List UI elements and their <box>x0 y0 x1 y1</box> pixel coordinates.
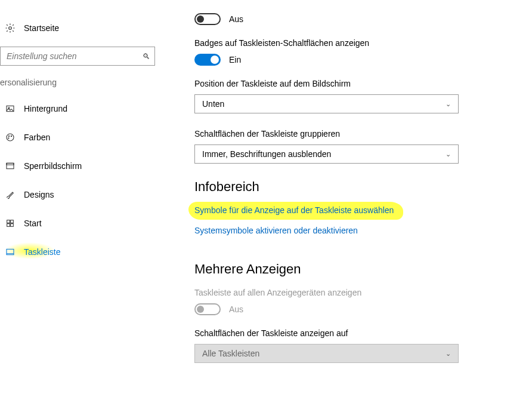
settings-content: Aus Badges auf Taskleisten-Schaltflächen… <box>173 0 532 406</box>
link-select-taskbar-icons[interactable]: Symbole für die Anzeige auf der Taskleis… <box>194 205 394 215</box>
select-value: Immer, Beschriftungen ausblenden <box>202 149 331 159</box>
search-input[interactable] <box>0 47 155 66</box>
sidebar-item-label: Hintergrund <box>24 104 67 113</box>
sidebar-item-colors[interactable]: Farben <box>0 127 173 148</box>
palette-icon <box>5 133 16 142</box>
start-icon <box>5 219 16 228</box>
sidebar-home-label: Startseite <box>24 23 59 33</box>
heading-multiple-displays: Mehrere Anzeigen <box>194 262 520 277</box>
search-box[interactable]: 🔍︎ <box>0 47 155 66</box>
svg-rect-11 <box>7 224 10 227</box>
toggle-taskbar-all-displays[interactable] <box>194 303 221 315</box>
label-combine-buttons: Schaltflächen der Taskleiste gruppieren <box>194 129 520 139</box>
sidebar-item-label: Farben <box>24 133 50 142</box>
settings-sidebar: Startseite 🔍︎ ersonalisierung Hintergrun… <box>0 0 173 406</box>
sidebar-item-taskbar[interactable]: Taskleiste <box>0 241 173 263</box>
svg-point-3 <box>7 134 14 141</box>
heading-notification-area: Infobereich <box>194 179 520 195</box>
select-show-buttons-on: Alle Taskleisten ⌄ <box>194 344 459 363</box>
svg-rect-12 <box>11 224 14 227</box>
label-badges: Badges auf Taskleisten-Schaltflächen anz… <box>194 38 520 48</box>
select-combine-buttons[interactable]: Immer, Beschriftungen ausblenden ⌄ <box>194 144 459 164</box>
sidebar-item-start[interactable]: Start <box>0 213 173 234</box>
sidebar-item-label: Designs <box>24 190 54 199</box>
sidebar-item-label: Taskleiste <box>24 247 60 257</box>
toggle-badges[interactable] <box>194 54 221 66</box>
brush-icon <box>5 190 16 199</box>
svg-point-5 <box>11 136 11 136</box>
toggle-state-label: Ein <box>229 55 241 64</box>
svg-rect-7 <box>7 163 14 168</box>
lockscreen-icon <box>5 161 16 171</box>
svg-rect-10 <box>11 220 14 223</box>
search-icon: 🔍︎ <box>143 52 150 61</box>
label-taskbar-position: Position der Taskleiste auf dem Bildschi… <box>194 79 520 88</box>
image-icon <box>5 104 16 113</box>
select-value: Alle Taskleisten <box>202 349 259 358</box>
sidebar-item-themes[interactable]: Designs <box>0 184 173 205</box>
label-show-buttons-on: Schaltflächen der Taskleiste anzeigen au… <box>194 328 520 338</box>
sidebar-category-label: ersonalisierung <box>0 78 173 87</box>
svg-rect-13 <box>7 249 14 254</box>
sidebar-item-lockscreen[interactable]: Sperrbildschirm <box>0 155 173 177</box>
gear-icon <box>5 23 16 33</box>
toggle-unknown-top[interactable] <box>194 13 221 25</box>
toggle-state-label: Aus <box>229 304 243 314</box>
sidebar-item-background[interactable]: Hintergrund <box>0 98 173 119</box>
svg-point-0 <box>9 27 12 30</box>
select-taskbar-position[interactable]: Unten ⌄ <box>194 94 459 113</box>
sidebar-item-label: Sperrbildschirm <box>24 161 82 171</box>
link-system-icons[interactable]: Systemsymbole aktivieren oder deaktivier… <box>194 226 358 235</box>
taskbar-icon <box>5 247 16 257</box>
svg-point-6 <box>8 138 9 139</box>
chevron-down-icon: ⌄ <box>446 100 451 108</box>
chevron-down-icon: ⌄ <box>446 150 451 158</box>
svg-rect-9 <box>7 220 10 223</box>
sidebar-item-label: Start <box>24 219 42 228</box>
select-value: Unten <box>202 99 224 109</box>
sidebar-home[interactable]: Startseite <box>0 18 173 38</box>
label-taskbar-all-displays: Taskleiste auf allen Anzeigegeräten anze… <box>194 288 520 297</box>
svg-rect-8 <box>7 163 14 165</box>
chevron-down-icon: ⌄ <box>446 350 451 358</box>
svg-point-4 <box>8 136 9 136</box>
toggle-state-label: Aus <box>229 14 243 24</box>
